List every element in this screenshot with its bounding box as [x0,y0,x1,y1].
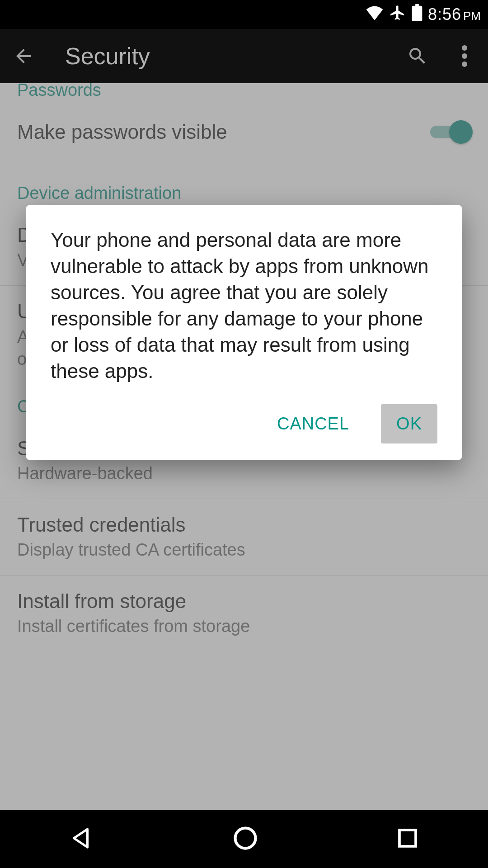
svg-point-2 [462,61,467,67]
nav-recent-button[interactable] [395,826,420,852]
svg-point-3 [235,828,256,849]
nav-back-button[interactable] [68,825,95,854]
navigation-bar [0,810,488,868]
svg-point-1 [462,53,467,59]
status-time: 8:56PM [428,5,481,24]
svg-point-0 [462,45,467,51]
ok-button[interactable]: OK [381,404,437,443]
nav-home-button[interactable] [232,825,259,854]
cancel-button[interactable]: Cancel [262,404,365,443]
airplane-icon [389,4,406,25]
dialog-actions: Cancel OK [51,404,437,443]
back-button[interactable] [9,42,38,71]
search-button[interactable] [403,42,432,71]
confirm-dialog: Your phone and personal data are more vu… [26,205,462,460]
app-bar: Security [0,29,488,83]
overflow-menu-button[interactable] [450,42,479,71]
svg-rect-4 [399,830,416,846]
wifi-icon [366,5,384,24]
dialog-message: Your phone and personal data are more vu… [51,227,437,384]
battery-icon [412,4,422,25]
page-title: Security [65,42,385,70]
status-bar: 8:56PM [0,0,488,29]
